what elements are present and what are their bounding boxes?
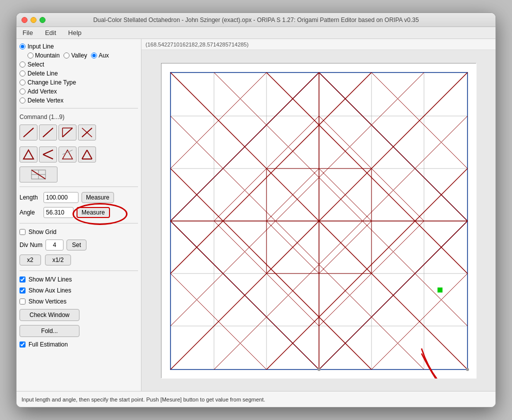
svg-line-4 <box>62 128 72 137</box>
origami-canvas[interactable] <box>161 63 476 378</box>
length-input[interactable] <box>44 192 78 203</box>
tool-btn-6[interactable] <box>39 146 57 162</box>
angle-label: Angle <box>20 209 40 216</box>
input-line-radio[interactable] <box>20 44 26 50</box>
tool-btn-1[interactable] <box>20 124 38 140</box>
delete-line-option[interactable]: Delete Line <box>20 70 138 77</box>
aux-label: Aux <box>98 52 109 59</box>
traffic-lights <box>22 17 46 23</box>
multiplier-row: x2 x1/2 <box>20 254 138 266</box>
angle-measure-container: Measure <box>76 207 110 218</box>
change-line-type-option[interactable]: Change Line Type <box>20 79 138 86</box>
x1-2-button[interactable]: x1/2 <box>45 254 72 266</box>
input-line-label: Input Line <box>28 43 54 50</box>
show-mv-lines-label: Show M/V Lines <box>28 276 72 283</box>
angle-measure-button[interactable]: Measure <box>76 207 110 218</box>
valley-radio[interactable] <box>64 52 70 58</box>
sidebar: Input Line Mountain Valley Aux <box>16 39 142 391</box>
valley-option[interactable]: Valley <box>64 52 87 59</box>
mountain-radio[interactable] <box>28 52 34 58</box>
select-label: Select <box>28 61 44 68</box>
svg-marker-9 <box>24 150 34 159</box>
tool-btn-4[interactable] <box>78 124 96 140</box>
change-line-type-radio[interactable] <box>20 80 26 86</box>
delete-vertex-radio[interactable] <box>20 98 26 104</box>
show-vertices-checkbox[interactable] <box>20 298 26 304</box>
status-text: Input length and angle, then specify the… <box>22 396 265 402</box>
tool-btn-8[interactable] <box>78 146 96 162</box>
canvas-wrapper[interactable] <box>142 50 496 391</box>
show-mv-lines-checkbox[interactable] <box>20 276 26 282</box>
tool-grid-row3 <box>20 166 138 182</box>
show-vertices-label: Show Vertices <box>28 298 66 305</box>
div-num-input[interactable] <box>46 240 64 250</box>
svg-point-67 <box>318 368 320 371</box>
minimize-button[interactable] <box>30 17 36 23</box>
tool-btn-5[interactable] <box>20 146 38 162</box>
x2-button[interactable]: x2 <box>20 254 41 266</box>
mountain-option[interactable]: Mountain <box>28 52 60 59</box>
valley-label: Valley <box>71 52 87 59</box>
add-vertex-option[interactable]: Add Vertex <box>20 88 138 95</box>
tool-btn-9[interactable] <box>20 166 58 182</box>
add-vertex-radio[interactable] <box>20 88 26 94</box>
menu-help[interactable]: Help <box>66 29 84 36</box>
div-num-row: Div Num Set <box>20 240 138 250</box>
show-aux-lines-checkbox[interactable] <box>20 288 26 294</box>
select-option[interactable]: Select <box>20 61 138 68</box>
angle-input[interactable] <box>44 207 74 218</box>
svg-line-10 <box>43 150 53 154</box>
show-aux-lines-label: Show Aux Lines <box>28 287 71 294</box>
close-button[interactable] <box>22 17 28 23</box>
svg-line-14 <box>82 150 87 159</box>
menu-edit[interactable]: Edit <box>43 29 58 36</box>
content-area: Input Line Mountain Valley Aux <box>16 39 496 391</box>
aux-option[interactable]: Aux <box>91 52 109 59</box>
aux-radio[interactable] <box>91 52 97 58</box>
tool-btn-3[interactable] <box>58 124 76 140</box>
show-grid-label: Show Grid <box>28 228 56 236</box>
tool-grid-row1 <box>20 124 138 140</box>
svg-line-3 <box>43 132 48 137</box>
angle-row: Angle Measure <box>20 207 138 218</box>
set-button[interactable]: Set <box>66 240 86 250</box>
show-vertices-row: Show Vertices <box>20 298 138 305</box>
canvas-area: (168.5422710162182,28.5714285714285) <box>142 39 496 391</box>
check-window-button[interactable]: Check Window <box>20 309 80 321</box>
select-radio[interactable] <box>20 62 26 68</box>
div-num-label: Div Num <box>20 242 42 248</box>
show-grid-checkbox[interactable] <box>20 229 26 235</box>
coordinates: (168.5422710162182,28.5714285714285) <box>146 42 248 48</box>
fold-button[interactable]: Fold... <box>20 325 80 337</box>
length-measure-button[interactable]: Measure <box>82 192 114 203</box>
show-aux-lines-row: Show Aux Lines <box>20 287 138 294</box>
delete-vertex-label: Delete Vertex <box>28 97 64 104</box>
command-label: Command (1...9) <box>20 114 138 120</box>
svg-line-1 <box>28 128 34 132</box>
full-estimation-checkbox[interactable] <box>20 342 26 348</box>
coords-bar: (168.5422710162182,28.5714285714285) <box>142 39 496 50</box>
length-row: Length Measure <box>20 192 138 203</box>
menubar: File Edit Help <box>16 27 496 39</box>
svg-marker-12 <box>62 150 72 159</box>
delete-vertex-option[interactable]: Delete Vertex <box>20 97 138 104</box>
main-window: Dual-Color Stellated Octahedron - John S… <box>16 12 496 408</box>
tool-btn-2[interactable] <box>39 124 57 140</box>
change-line-type-label: Change Line Type <box>28 79 76 86</box>
menu-file[interactable]: File <box>20 29 35 36</box>
full-estimation-row: Full Estimation <box>20 341 138 348</box>
add-vertex-label: Add Vertex <box>28 88 57 95</box>
delete-line-radio[interactable] <box>20 70 26 76</box>
svg-point-68 <box>466 368 469 371</box>
maximize-button[interactable] <box>40 17 46 23</box>
tool-btn-7[interactable] <box>58 146 76 162</box>
mountain-label: Mountain <box>35 52 60 59</box>
svg-line-15 <box>87 150 92 159</box>
length-label: Length <box>20 194 40 201</box>
svg-rect-66 <box>438 288 442 292</box>
show-mv-lines-row: Show M/V Lines <box>20 276 138 283</box>
full-estimation-label: Full Estimation <box>28 341 68 348</box>
show-grid-row: Show Grid <box>20 228 138 236</box>
input-line-option[interactable]: Input Line <box>20 43 138 50</box>
window-title: Dual-Color Stellated Octahedron - John S… <box>93 16 418 24</box>
